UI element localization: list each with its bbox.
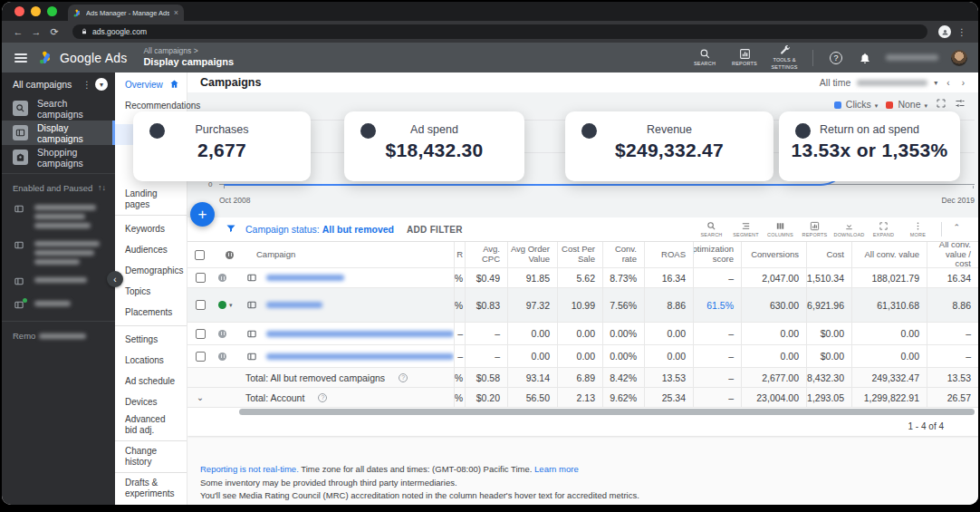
browser-tab[interactable]: Ads Manager - Manage Ads - C ×	[68, 5, 184, 21]
column-header-acv[interactable]: All conv. value	[851, 242, 927, 267]
select-all-checkbox[interactable]	[195, 250, 205, 260]
column-header-cps[interactable]: Cost Per Sale	[557, 242, 602, 267]
add-filter-button[interactable]: ADD FILTER	[407, 225, 463, 235]
sidebar-kebab-icon[interactable]: ⋮	[82, 80, 91, 90]
help-icon[interactable]: ?	[318, 393, 327, 402]
subnav-item-keywords[interactable]: Keywords	[115, 218, 187, 239]
redacted-campaign-name[interactable]	[266, 275, 344, 281]
forward-icon[interactable]: →	[29, 26, 43, 37]
row-checkbox[interactable]	[196, 273, 206, 283]
table-search-button[interactable]: SEARCH	[695, 220, 727, 237]
cell-opt[interactable]: 61.5%	[693, 288, 741, 322]
zoom-window-button[interactable]	[47, 6, 57, 16]
row-checkbox[interactable]	[196, 300, 206, 310]
sidebar-campaign-entry[interactable]	[2, 294, 115, 317]
help-icon[interactable]: ?	[399, 373, 408, 382]
subnav-item-locations[interactable]: Locations	[115, 350, 187, 371]
status-paused-icon[interactable]	[218, 353, 226, 361]
expand-table-button[interactable]: EXPAND	[867, 220, 899, 237]
sidebar-campaign-entry[interactable]	[2, 270, 115, 294]
redacted-campaign-name[interactable]	[266, 353, 454, 360]
sidebar-item-display-campaigns[interactable]: Display campaigns	[2, 121, 115, 145]
subnav-item-landing-pages[interactable]: Landing pages	[115, 187, 187, 212]
redacted-campaign-name[interactable]	[266, 331, 454, 337]
horizontal-scrollbar[interactable]	[239, 409, 975, 415]
segment-button[interactable]: SEGMENT	[729, 220, 762, 237]
chart-settings-icon[interactable]	[955, 98, 966, 111]
subnav-item-demographics[interactable]: Demographics	[115, 260, 187, 281]
collapse-table-chevron[interactable]: ⌃	[949, 220, 969, 232]
download-button[interactable]: DOWNLOAD	[832, 220, 865, 237]
breadcrumb-parent[interactable]: All campaigns >	[143, 46, 234, 56]
chart-series-1-select[interactable]: Clicks▾	[834, 99, 879, 110]
sidebar-collapse-icon[interactable]: ▾	[95, 78, 108, 91]
new-campaign-fab[interactable]: +	[190, 202, 215, 227]
column-header-cost[interactable]: Cost	[806, 242, 851, 267]
column-header-cpc[interactable]: Avg. CPC	[465, 242, 507, 267]
google-ads-logo[interactable]: Google Ads	[38, 51, 127, 65]
column-header-cr[interactable]: Conv. rate	[602, 242, 644, 267]
address-bar[interactable]: ads.google.com	[72, 24, 927, 39]
browser-menu-icon[interactable]: ⋮	[955, 27, 969, 37]
tools-settings-button[interactable]: TOOLS & SETTINGS	[765, 44, 803, 70]
table-row[interactable]: %$0.4991.855.628.73%16.34–2,047.00$11,51…	[187, 268, 978, 288]
campaign-status-filter[interactable]: Campaign status: All but removed	[245, 224, 394, 235]
account-avatar[interactable]	[951, 50, 967, 66]
table-row[interactable]: Total: All but removed campaigns?%$0.589…	[187, 368, 978, 388]
browser-profile-avatar[interactable]	[938, 25, 951, 38]
chart-series-2-select[interactable]: None▾	[886, 99, 927, 110]
sidebar-item-search-campaigns[interactable]: Search campaigns	[2, 96, 115, 121]
subnav-item-settings[interactable]: Settings	[115, 329, 187, 350]
help-icon[interactable]: ?	[830, 52, 842, 64]
status-paused-icon[interactable]	[218, 274, 226, 282]
tab-close-icon[interactable]: ×	[174, 8, 178, 17]
status-dropdown-icon[interactable]: ▾	[229, 302, 233, 309]
redacted-campaign-name[interactable]	[266, 302, 322, 308]
column-header-conv[interactable]: Conversions	[741, 242, 806, 267]
learn-more-link[interactable]: Learn more	[534, 464, 579, 474]
reports-button[interactable]: REPORTS	[725, 48, 764, 67]
expand-chart-icon[interactable]	[936, 98, 946, 111]
sort-icon[interactable]: ↑↓	[98, 183, 106, 192]
date-range-picker[interactable]: All time ▾ ‹ ›	[820, 77, 967, 88]
table-row[interactable]: ––0.000.000.00%0.00–0.00$0.000.00–	[187, 323, 978, 345]
row-checkbox[interactable]	[196, 352, 206, 362]
back-icon[interactable]: ←	[11, 26, 25, 37]
column-header-acvc[interactable]: All conv. value / cost	[927, 242, 978, 267]
status-enabled-icon[interactable]	[218, 301, 226, 309]
column-header-aov[interactable]: Avg Order Value	[507, 242, 557, 267]
refresh-icon[interactable]: ⟳	[47, 26, 62, 38]
table-reports-button[interactable]: REPORTS	[798, 220, 831, 237]
subnav-item-devices[interactable]: Devices	[115, 391, 187, 412]
minimize-window-button[interactable]	[31, 6, 41, 16]
column-header-name[interactable]: Campaign	[187, 242, 454, 267]
reporting-link[interactable]: Reporting is not real-time.	[200, 464, 299, 474]
more-button[interactable]: MORE	[901, 220, 934, 237]
range-prev-icon[interactable]: ‹	[944, 78, 952, 88]
table-row[interactable]: ⌄Total: Account?%$0.2056.502.139.62%25.3…	[187, 388, 978, 408]
subnav-item-ad-schedule[interactable]: Ad schedule	[115, 371, 187, 391]
column-header-opt[interactable]: Optimization score	[693, 242, 741, 267]
subnav-item-topics[interactable]: Topics	[115, 281, 187, 302]
notifications-bell-icon[interactable]	[859, 52, 871, 64]
range-next-icon[interactable]: ›	[959, 78, 967, 88]
column-header-roas[interactable]: ROAS	[644, 242, 693, 267]
columns-button[interactable]: COLUMNS	[764, 220, 796, 237]
subnav-item-placements[interactable]: Placements	[115, 302, 187, 323]
subnav-item-drafts-experiments[interactable]: Drafts & experiments	[115, 476, 180, 501]
sidebar-item-shopping-campaigns[interactable]: Shopping campaigns	[2, 145, 115, 169]
subnav-item-advanced-bid-adj[interactable]: Advanced bid adj.	[115, 412, 187, 438]
chevron-down-icon[interactable]: ▾	[934, 79, 937, 87]
menu-icon[interactable]	[14, 53, 27, 63]
sidebar-campaign-entry[interactable]	[2, 234, 115, 270]
subnav-item-audiences[interactable]: Audiences	[115, 239, 187, 260]
subnav-item-change-history[interactable]: Change history	[115, 444, 187, 469]
expand-account-total-chevron[interactable]: ⌄	[197, 392, 204, 402]
table-row[interactable]: ––0.000.000.00%0.00–0.00$0.000.00–	[187, 345, 978, 368]
close-window-button[interactable]	[14, 6, 24, 16]
collapse-panel-button[interactable]: ‹	[107, 271, 123, 287]
table-row[interactable]: ▾%$0.8397.3210.997.56%8.8661.5%630.00$6,…	[187, 288, 978, 323]
search-button[interactable]: SEARCH	[686, 48, 724, 67]
status-paused-icon[interactable]	[218, 330, 226, 338]
sidebar-removed-label[interactable]: Remo	[2, 325, 115, 346]
